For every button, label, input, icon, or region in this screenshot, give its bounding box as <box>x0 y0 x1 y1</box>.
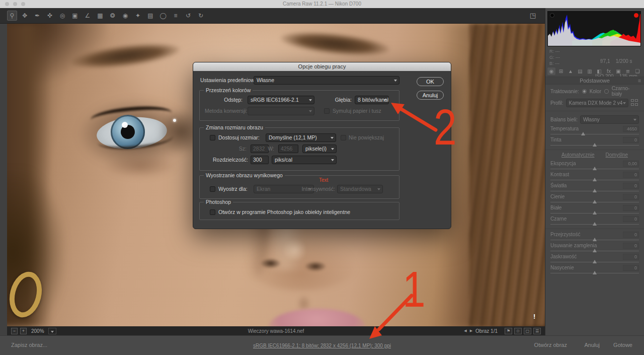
depth-dropdown[interactable]: 8 bitów/kanał <box>355 96 389 104</box>
histogram[interactable] <box>547 11 641 46</box>
resolution-field[interactable]: 300 <box>251 156 269 164</box>
default-link[interactable]: Domyślne <box>606 152 628 160</box>
slider-track[interactable] <box>550 167 639 171</box>
slider-value[interactable]: 0 <box>623 232 639 238</box>
slider-track[interactable] <box>550 260 639 264</box>
slider-value[interactable]: 0 <box>623 254 639 260</box>
tab-tone-curve[interactable]: ⊞ <box>557 67 565 75</box>
slider-track[interactable] <box>550 178 639 182</box>
zoom-tool-icon[interactable]: ⚲ <box>7 11 17 21</box>
slider-value[interactable]: 0 <box>623 205 639 211</box>
slider-track[interactable] <box>550 249 639 253</box>
slider-thumb[interactable] <box>593 222 597 226</box>
toggle-fullscreen-icon[interactable]: ◳ <box>530 12 536 19</box>
smart-objects-checkbox[interactable] <box>210 209 215 215</box>
tab-snapshots[interactable]: ❏ <box>633 67 641 75</box>
slider-thumb[interactable] <box>593 271 597 274</box>
preferences-icon[interactable]: ≡ <box>171 11 181 21</box>
crop-tool-icon[interactable]: ▣ <box>70 11 80 21</box>
slider-value[interactable]: 0 <box>623 172 639 178</box>
slider-value[interactable]: 0 <box>623 265 639 271</box>
slider-value[interactable]: 4650 <box>623 126 639 132</box>
white-balance-dropdown[interactable]: Własny <box>580 115 639 124</box>
shadow-clipping-icon[interactable] <box>550 13 554 18</box>
cancel-button[interactable]: Anuluj <box>584 342 600 348</box>
done-button[interactable]: Gotowe <box>613 342 632 348</box>
next-image-icon[interactable]: ▶ <box>470 329 472 333</box>
close-window-icon[interactable] <box>5 2 9 6</box>
slider-thumb[interactable] <box>593 167 597 170</box>
save-image-button[interactable]: Zapisz obraz... <box>11 342 47 348</box>
radial-filter-tool-icon[interactable]: ◯ <box>158 11 168 21</box>
slider-track[interactable] <box>550 222 639 227</box>
slider-track[interactable] <box>550 189 639 193</box>
spot-removal-tool-icon[interactable]: ❂ <box>108 11 118 21</box>
rotate-left-icon[interactable]: ↺ <box>183 11 193 21</box>
tab-split-toning[interactable]: ▥ <box>586 67 594 75</box>
slider-track[interactable] <box>550 211 639 216</box>
slider-thumb[interactable] <box>593 260 597 263</box>
workflow-options-link[interactable]: sRGB IEC61966-2.1; 8 bitów; 2832 x 4256 … <box>253 343 391 348</box>
slider-thumb[interactable] <box>581 132 585 135</box>
adjustment-brush-tool-icon[interactable]: ✦ <box>133 11 143 21</box>
slider-value[interactable]: 0 <box>623 137 639 143</box>
ok-button[interactable]: OK <box>417 77 444 86</box>
treatment-color-label[interactable]: Kolor <box>590 89 601 94</box>
filmstrip-settings-icon[interactable]: ☰ <box>533 328 541 334</box>
tab-detail[interactable]: ▲ <box>567 67 575 75</box>
minimize-window-icon[interactable] <box>13 2 17 6</box>
profile-dropdown[interactable]: Kamera D2X Mode 2 v4 <box>566 99 628 107</box>
zoom-in-button[interactable]: + <box>20 328 27 334</box>
rotate-right-icon[interactable]: ↻ <box>196 11 206 21</box>
slider-value[interactable]: 0 <box>623 183 639 189</box>
slider-thumb[interactable] <box>593 211 597 215</box>
white-balance-tool-icon[interactable]: ✒ <box>32 11 42 21</box>
profile-browser-icon[interactable] <box>631 99 639 106</box>
hand-tool-icon[interactable]: ✥ <box>20 11 30 21</box>
transform-tool-icon[interactable]: ▦ <box>95 11 105 21</box>
slider-track[interactable] <box>550 271 639 275</box>
slider-thumb[interactable] <box>593 238 597 241</box>
rating-icon[interactable]: ✩ <box>514 328 522 334</box>
tab-hsl[interactable]: ▤ <box>576 67 584 75</box>
slider-track[interactable] <box>550 200 639 204</box>
slider-thumb[interactable] <box>593 189 597 192</box>
unit-dropdown[interactable]: piksele(i) <box>302 145 337 153</box>
treatment-color-radio[interactable] <box>582 89 587 94</box>
fit-dropdown[interactable]: Domyślne (12,1 MP) <box>266 133 336 142</box>
red-eye-tool-icon[interactable]: ◉ <box>120 11 130 21</box>
zoom-level-dropdown[interactable] <box>48 328 56 334</box>
slider-value[interactable]: 0 <box>623 216 639 222</box>
slider-value[interactable]: 0 <box>623 243 639 249</box>
treatment-bw-radio[interactable] <box>604 89 609 94</box>
slider-track[interactable] <box>550 238 639 242</box>
previous-image-icon[interactable]: ◀ <box>464 329 466 333</box>
panel-menu-icon[interactable]: ≡ <box>638 77 641 85</box>
color-sampler-tool-icon[interactable]: ✜ <box>45 11 55 21</box>
slider-track[interactable] <box>550 143 639 148</box>
graduated-filter-tool-icon[interactable]: ▤ <box>145 11 155 21</box>
slider-thumb[interactable] <box>593 249 597 252</box>
dialog-cancel-button[interactable]: Anuluj <box>417 91 444 100</box>
open-image-button[interactable]: Otwórz obraz <box>534 342 567 348</box>
maximize-window-icon[interactable] <box>21 2 25 6</box>
slider-thumb[interactable] <box>593 178 597 181</box>
slider-value[interactable]: 0 <box>623 194 639 200</box>
tab-basic[interactable]: ◉ <box>547 67 555 75</box>
tab-effects[interactable]: fx <box>605 67 613 75</box>
tab-presets[interactable]: ≣ <box>624 67 632 75</box>
slider-thumb[interactable] <box>593 200 597 203</box>
straighten-tool-icon[interactable]: ∠ <box>83 11 93 21</box>
space-dropdown[interactable]: sRGB IEC61966-2.1 <box>248 96 314 104</box>
fit-checkbox[interactable] <box>210 135 215 140</box>
slider-track[interactable] <box>550 132 639 136</box>
slider-value[interactable]: 0,00 <box>623 161 639 167</box>
auto-link[interactable]: Automatycznie <box>561 152 595 160</box>
zoom-out-button[interactable]: − <box>11 328 18 334</box>
mark-image-icon[interactable]: ⚑ <box>505 328 512 334</box>
tab-calibration[interactable]: ▣ <box>614 67 622 75</box>
window-controls[interactable] <box>5 2 25 6</box>
sharpen-checkbox[interactable] <box>210 186 215 192</box>
treatment-bw-label[interactable]: Czarno-biały <box>612 86 639 97</box>
targeted-adjustment-tool-icon[interactable]: ◎ <box>57 11 67 21</box>
